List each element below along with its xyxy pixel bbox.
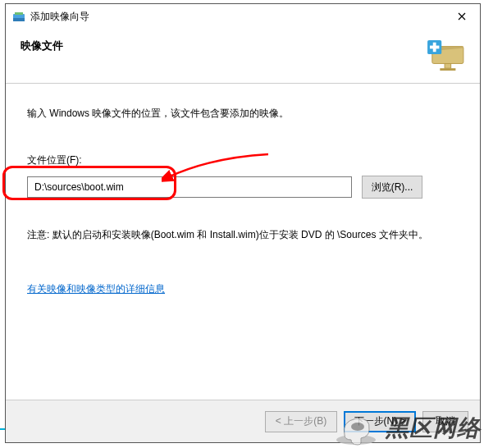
- svg-rect-8: [440, 68, 455, 71]
- file-location-label: 文件位置(F):: [27, 153, 459, 167]
- watermark: 黑区网络: [333, 410, 481, 446]
- svg-rect-2: [13, 18, 25, 21]
- window-title: 添加映像向导: [30, 10, 444, 24]
- file-location-row: 浏览(R)...: [27, 176, 459, 199]
- browse-button[interactable]: 浏览(R)...: [362, 176, 422, 199]
- back-button: < 上一步(B): [265, 411, 337, 432]
- wizard-header: 映像文件: [6, 29, 480, 84]
- app-icon: [12, 10, 25, 23]
- watermark-icon: [333, 410, 379, 446]
- page-title: 映像文件: [21, 39, 426, 53]
- svg-point-10: [351, 423, 364, 431]
- file-path-input[interactable]: [27, 176, 352, 198]
- svg-rect-7: [445, 63, 451, 68]
- note-text: 注意: 默认的启动和安装映像(Boot.wim 和 Install.wim)位于…: [27, 226, 454, 243]
- wizard-content: 输入 Windows 映像文件的位置，该文件包含要添加的映像。 文件位置(F):…: [6, 84, 480, 304]
- wizard-window: 添加映像向导 映像文件 输入 Windows 映像文件的位置，该文件包含要添加的…: [5, 3, 481, 443]
- watermark-text: 黑区网络: [386, 413, 481, 444]
- svg-rect-1: [15, 12, 23, 15]
- titlebar: 添加映像向导: [6, 4, 480, 29]
- add-image-icon: [426, 39, 465, 71]
- close-button[interactable]: [444, 4, 480, 29]
- svg-rect-6: [430, 46, 439, 49]
- instruction-text: 输入 Windows 映像文件的位置，该文件包含要添加的映像。: [27, 107, 459, 121]
- more-info-link[interactable]: 有关映像和映像类型的详细信息: [27, 282, 165, 296]
